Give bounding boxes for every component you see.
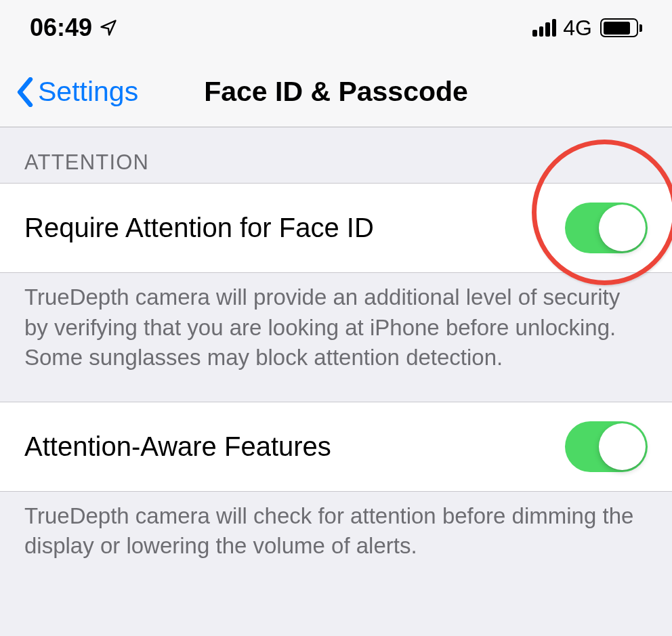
network-label: 4G [563,16,592,41]
back-label: Settings [38,76,138,108]
attention-aware-label: Attention-Aware Features [24,431,331,462]
status-time: 06:49 [30,14,92,42]
signal-icon [532,19,556,37]
battery-icon [600,18,642,37]
location-icon [99,18,118,37]
status-right: 4G [532,16,642,41]
section-header: ATTENTION [0,127,672,183]
status-left: 06:49 [30,14,118,42]
chevron-left-icon [15,77,35,107]
back-button[interactable]: Settings [15,76,138,108]
require-attention-footer: TrueDepth camera will provide an additio… [0,273,672,402]
require-attention-switch[interactable] [565,203,648,253]
require-attention-label: Require Attention for Face ID [24,213,374,243]
status-bar: 06:49 4G [0,0,672,61]
attention-aware-cell: Attention-Aware Features [0,402,672,492]
nav-bar: Settings Face ID & Passcode [0,61,672,127]
attention-aware-switch[interactable] [565,421,648,472]
require-attention-cell: Require Attention for Face ID [0,183,672,273]
attention-aware-footer: TrueDepth camera will check for attentio… [0,492,672,590]
page-title: Face ID & Passcode [204,76,468,108]
